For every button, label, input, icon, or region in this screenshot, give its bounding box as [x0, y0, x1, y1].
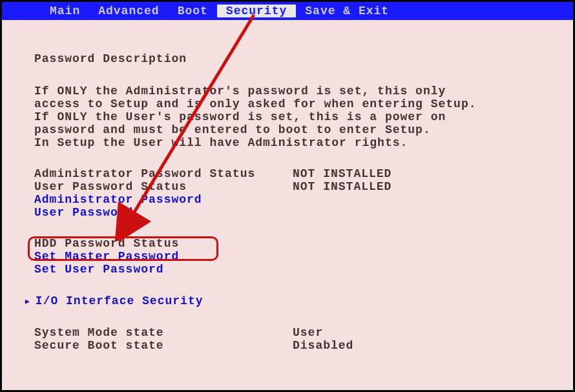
menu-boot[interactable]: Boot	[169, 5, 217, 17]
hdd-password-status-item[interactable]: HDD Password Status	[34, 237, 541, 250]
io-interface-security-item[interactable]: ▸ I/O Interface Security	[34, 294, 541, 308]
menu-advanced[interactable]: Advanced	[89, 5, 168, 17]
status-value: NOT INSTALLED	[293, 167, 392, 180]
administrator-password-item[interactable]: Administrator Password	[34, 193, 541, 206]
menu-main[interactable]: Main	[41, 5, 89, 17]
menu-save-exit[interactable]: Save & Exit	[296, 5, 398, 17]
description-line: If ONLY the Administrator's password is …	[34, 85, 541, 98]
admin-password-status-row: Administrator Password Status NOT INSTAL…	[34, 167, 541, 180]
status-label: System Mode state	[34, 326, 293, 339]
io-interface-label: I/O Interface Security	[36, 294, 204, 307]
system-mode-state-row: System Mode state User	[34, 326, 541, 339]
bios-menu-bar: Main Advanced Boot Security Save & Exit	[2, 2, 573, 20]
secure-boot-state-row: Secure Boot state Disabled	[34, 339, 541, 352]
set-master-password-item[interactable]: Set Master Password	[34, 250, 541, 263]
content-area: Password Description If ONLY the Adminis…	[2, 20, 573, 365]
nav-arrow-icon: ▸	[24, 294, 32, 308]
description-line: In Setup the User will have Administrato…	[34, 136, 541, 149]
status-label: User Password Status	[34, 180, 293, 193]
description-line: access to Setup and is only asked for wh…	[34, 98, 541, 110]
set-user-password-item[interactable]: Set User Password	[34, 263, 541, 276]
menu-security[interactable]: Security	[217, 5, 296, 17]
status-value: Disabled	[293, 339, 353, 352]
status-value: User	[293, 326, 323, 339]
description-line: If ONLY the User's password is set, this…	[34, 110, 541, 123]
status-label: Administrator Password Status	[34, 167, 293, 180]
status-value: NOT INSTALLED	[293, 180, 392, 193]
status-label: Secure Boot state	[34, 339, 293, 352]
section-heading: Password Description	[34, 52, 541, 65]
user-password-status-row: User Password Status NOT INSTALLED	[34, 180, 541, 193]
user-password-item[interactable]: User Password	[34, 206, 541, 219]
description-line: password and must be entered to boot to …	[34, 123, 541, 136]
